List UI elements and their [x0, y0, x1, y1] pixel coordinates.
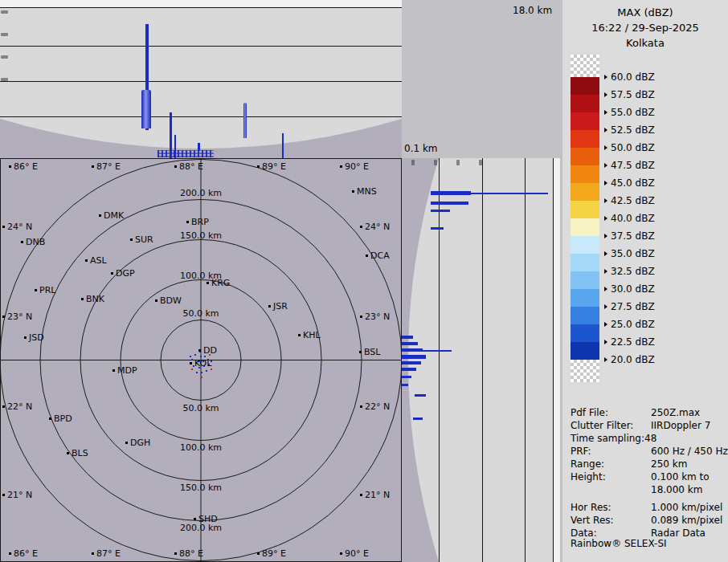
longitude-label-text: 86° E — [14, 548, 38, 559]
scale-cell — [571, 201, 599, 218]
city-label: BNK — [86, 294, 104, 304]
marker-dot-icon — [360, 494, 362, 496]
metadata-row: Time sampling:48 — [571, 432, 726, 445]
axis-tick — [1, 33, 8, 36]
marker-dot-icon — [190, 362, 192, 364]
range-ring-label: 150.0 km — [180, 230, 222, 241]
echo-bar — [413, 417, 423, 420]
metadata-row: Clutter Filter:IIRDoppler 7 — [571, 419, 726, 432]
marker-dot-icon — [268, 305, 271, 307]
marker-dot-icon — [9, 552, 11, 555]
marker-dot-icon — [352, 190, 354, 193]
scale-tick-icon — [604, 340, 607, 344]
range-gridline — [525, 158, 526, 562]
scale-label: 35.0 dBZ — [604, 248, 655, 259]
radar-map[interactable]: 86° E86° E87° E87° E88° E88° E89° E89° E… — [0, 158, 402, 562]
marker-dot-icon — [2, 226, 5, 228]
city-marker: KHL — [298, 330, 321, 340]
city-marker: BRP — [186, 217, 209, 227]
city-label: ASL — [90, 255, 107, 266]
longitude-label: 87° E — [92, 548, 121, 559]
marker-dot-icon — [99, 214, 101, 217]
range-gridline — [553, 158, 554, 562]
city-marker: SUR — [130, 234, 153, 245]
longitude-label: 86° E — [9, 548, 38, 559]
scale-cell — [571, 183, 599, 201]
city-label: BLS — [72, 448, 88, 458]
scale-label: 25.0 dBZ — [604, 319, 655, 330]
metadata-key: Pdf File: — [571, 406, 651, 419]
city-marker: DGH — [125, 438, 150, 448]
latitude-label-text: 22° N — [365, 401, 390, 412]
metadata-row: Range:250 km — [571, 458, 726, 470]
scale-tick-icon — [604, 269, 607, 274]
map-overlay: 86° E86° E87° E87° E88° E88° E89° E89° E… — [0, 158, 402, 562]
range-ring-label: 50.0 km — [182, 403, 219, 413]
scale-label: 45.0 dBZ — [604, 177, 655, 189]
scale-cell — [571, 130, 599, 148]
scale-label: 52.5 dBZ — [604, 124, 655, 136]
marker-dot-icon — [359, 351, 362, 353]
scale-label: 40.0 dBZ — [604, 213, 655, 224]
city-marker: DCA — [366, 250, 390, 261]
range-gridline — [439, 158, 440, 562]
marker-dot-icon — [366, 255, 368, 257]
latitude-label: 22° N — [2, 401, 32, 412]
echo-bar — [402, 348, 423, 352]
marker-dot-icon — [155, 299, 157, 302]
scale-tick-icon — [604, 287, 607, 291]
scale-cells — [571, 55, 599, 382]
scale-label: 27.5 dBZ — [604, 301, 655, 312]
scale-label: 30.0 dBZ — [604, 283, 655, 295]
marker-dot-icon — [92, 552, 94, 555]
longitude-label-text: 89° E — [262, 161, 286, 172]
marker-dot-icon — [207, 282, 209, 284]
scale-cell — [571, 324, 599, 342]
city-label: SHD — [198, 514, 218, 524]
latitude-label: 23° N — [2, 312, 32, 322]
city-marker: JSD — [24, 332, 44, 343]
echo-column — [198, 143, 200, 150]
height-gridline — [0, 81, 402, 82]
longitude-label-text: 87° E — [96, 548, 121, 559]
metadata-value: 18.000 km — [651, 483, 702, 496]
city-marker: DD — [198, 345, 217, 356]
city-label: SUR — [135, 234, 153, 245]
metadata-key: Range: — [571, 458, 651, 470]
legend-panel: MAX (dBZ) 16:22 / 29-Sep-2025 Kolkata 60… — [562, 0, 728, 562]
city-label: PRL — [39, 285, 55, 295]
panel-margin — [554, 158, 560, 562]
marker-dot-icon — [257, 552, 260, 555]
axis-tick — [411, 160, 415, 165]
marker-dot-icon — [174, 552, 177, 555]
marker-dot-icon — [298, 334, 301, 336]
metadata-row: 18.000 km — [571, 483, 726, 496]
marker-dot-icon — [21, 241, 23, 243]
scale-label-text: 45.0 dBZ — [611, 177, 655, 189]
scale-label-text: 52.5 dBZ — [611, 124, 655, 136]
scale-label-text: 37.5 dBZ — [611, 230, 655, 242]
scale-cell — [571, 271, 599, 289]
marker-dot-icon — [2, 405, 5, 408]
scale-cell — [571, 342, 599, 360]
city-label: BSL — [364, 347, 380, 357]
metadata-key: Clutter Filter: — [571, 419, 651, 432]
city-label: BDW — [160, 295, 182, 306]
scale-label: 57.5 dBZ — [604, 89, 655, 100]
scale-tick-icon — [604, 163, 607, 168]
scale-cell — [571, 95, 599, 112]
latitude-label: 24° N — [2, 222, 32, 232]
metadata-value: 1.000 km/pixel — [651, 501, 722, 514]
metadata-row: Hor Res:1.000 km/pixel — [571, 501, 726, 514]
echo-bar — [431, 227, 444, 230]
scale-cell — [571, 307, 599, 324]
metadata-value: 250Z.max — [651, 406, 700, 419]
echo-bar — [402, 342, 418, 345]
axis-tick — [1, 78, 8, 81]
marker-dot-icon — [198, 349, 201, 352]
range-ring-label: 200.0 km — [180, 188, 222, 198]
scale-label-text: 22.5 dBZ — [611, 336, 655, 348]
echo-bar — [431, 210, 450, 212]
scale-cell — [571, 77, 599, 95]
echo-column — [157, 150, 214, 157]
